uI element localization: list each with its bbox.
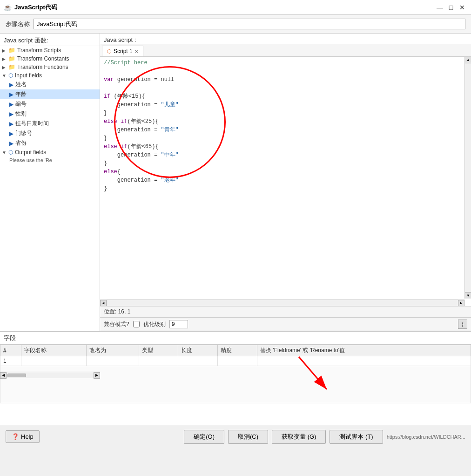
tree-label: 编号 [15,100,27,108]
code-line-blank2 [104,84,458,92]
step-name-row: 步骤名称 [0,15,471,34]
output-info-label: Please use the 'Re [9,157,52,163]
tree-arrow: ▶ [2,65,8,70]
left-panel-header: Java script 函数: [0,34,100,46]
get-vars-button[interactable]: 获取变量 (G) [272,430,326,444]
help-button[interactable]: ❓ Help [6,430,40,443]
tree-item-transform-constants[interactable]: ▶ 📁 Transform Constants [0,54,100,63]
compat-checkbox[interactable] [133,321,140,327]
compat-row: 兼容模式? 优化级别 ⟩ [100,317,471,331]
tree-item-field-clinic-id[interactable]: ▶ 门诊号 [0,129,100,138]
folder-icon: 📁 [8,64,15,70]
col-header-length: 长度 [178,345,218,356]
tree-item-field-id[interactable]: ▶ 编号 [0,99,100,109]
output-fields-icon: ⬡ [8,149,13,156]
tree-item-field-age[interactable]: ▶ 年龄 [0,89,100,99]
tree-item-transform-functions[interactable]: ▶ 📁 Transform Functions [0,63,100,71]
scroll-down-arrow[interactable]: ▼ [465,292,471,299]
field-arrow-icon: ▶ [9,91,13,98]
tree-label: Output fields [15,149,46,156]
tree-item-output-info: Please use the 'Re [0,156,100,164]
test-script-button[interactable]: 测试脚本 (T) [330,430,383,444]
code-editor[interactable]: ▲ ▼ //Script here var generation = null … [100,57,471,306]
app-icon: ☕ [4,4,12,11]
bottom-bar: ❓ Help 确定(O) 取消(C) 获取变量 (G) 测试脚本 (T) htt… [0,425,471,448]
maximize-button[interactable]: □ [446,2,456,13]
scroll-end-button[interactable]: ⟩ [458,320,467,329]
field-arrow-icon: ▶ [9,101,13,108]
table-row[interactable]: 1 [0,356,471,366]
code-line-assign3: generation = "中年" [104,151,458,159]
tree-item-output-fields[interactable]: ▼ ⬡ Output fields [0,148,100,156]
minimize-button[interactable]: — [435,2,445,13]
cell-type [139,356,178,366]
fields-table[interactable]: # 字段名称 改名为 类型 长度 精度 替换 'Fieldname' 或 'Re… [0,345,471,425]
right-panel-header: Java script : [100,34,471,44]
scroll-left-arrow[interactable]: ◀ [100,300,107,306]
scroll-right-arrow[interactable]: ▶ [458,300,464,306]
left-panel: Java script 函数: ▶ 📁 Transform Scripts ▶ … [0,34,100,331]
tree-label: 门诊号 [15,129,32,137]
editor-h-scrollbar[interactable]: ◀ ▶ [100,299,464,306]
tree-arrow: ▼ [2,73,8,78]
title-bar: ☕ JavaScript代码 — □ ✕ [0,0,471,15]
tree-arrow: ▶ [2,56,8,61]
cell-precision [218,356,257,366]
scroll-up-arrow[interactable]: ▲ [465,57,471,63]
script-tabs: ⬡ Script 1 ✕ [100,44,471,57]
optim-input[interactable] [169,320,188,328]
tree-label: 省份 [15,139,27,147]
tree-arrow: ▼ [2,150,8,155]
window-title: JavaScript代码 [14,3,57,12]
field-arrow-icon: ▶ [9,121,13,127]
fields-header: 字段 [0,332,471,345]
status-bar: 位置: 16, 1 [100,306,471,317]
tab-close-icon[interactable]: ✕ [135,49,138,54]
close-button[interactable]: ✕ [457,2,467,13]
cancel-button[interactable]: 取消(C) [228,430,268,444]
tree-label: 姓名 [15,81,27,88]
svg-line-1 [299,357,327,389]
field-arrow-icon: ▶ [9,82,13,88]
compat-label: 兼容模式? [104,320,129,328]
right-panel: Java script : ⬡ Script 1 ✕ ▲ ▼ //Script … [100,34,471,331]
code-line-assign1: generation = "儿童" [104,101,458,109]
vertical-scrollbar[interactable]: ▲ ▼ [464,57,471,299]
tree-item-field-name[interactable]: ▶ 姓名 [0,80,100,89]
optim-label: 优化级别 [143,320,166,328]
url-label: https://blog.csdn.net/WILDCHAR... [387,434,465,440]
field-arrow-icon: ▶ [9,130,13,137]
position-status: 位置: 16, 1 [104,308,130,316]
col-header-type: 类型 [139,345,178,356]
tree-item-field-datetime[interactable]: ▶ 挂号日期时间 [0,119,100,129]
tree-label: Transform Scripts [17,47,61,54]
col-header-rename: 改名为 [87,345,139,356]
code-line-else-if2: else if(年龄<65){ [104,143,458,151]
col-header-name: 字段名称 [21,345,87,356]
tree-arrow: ▶ [2,48,8,53]
col-header-precision: 精度 [218,345,257,356]
folder-icon: 📁 [8,47,15,54]
confirm-button[interactable]: 确定(O) [184,430,224,444]
code-line-assign4: generation = "老年" [104,176,458,184]
tree-label: 挂号日期时间 [15,120,49,128]
tree-item-transform-scripts[interactable]: ▶ 📁 Transform Scripts [0,46,100,54]
script-tab-1[interactable]: ⬡ Script 1 ✕ [102,46,143,56]
tree-item-field-province[interactable]: ▶ 省份 [0,138,100,148]
code-line-close4: } [104,184,458,193]
scroll-track-v [465,63,471,292]
cell-name [21,356,87,366]
code-line-var: var generation = null [104,75,458,84]
title-bar-controls: — □ ✕ [435,2,467,13]
input-fields-icon: ⬡ [8,72,13,79]
code-line-comment: //Script here [104,59,458,67]
col-header-num: # [0,345,21,356]
tree-label: Transform Constants [17,55,69,62]
code-line-else-if1: else if(年龄<25){ [104,117,458,126]
step-name-input[interactable] [34,19,465,29]
code-line-if1: if (年龄<15){ [104,92,458,101]
tree-item-input-fields[interactable]: ▼ ⬡ Input fields [0,71,100,80]
tree-item-field-gender[interactable]: ▶ 性别 [0,109,100,119]
code-content: //Script here var generation = null if (… [104,59,467,193]
cell-length [178,356,218,366]
